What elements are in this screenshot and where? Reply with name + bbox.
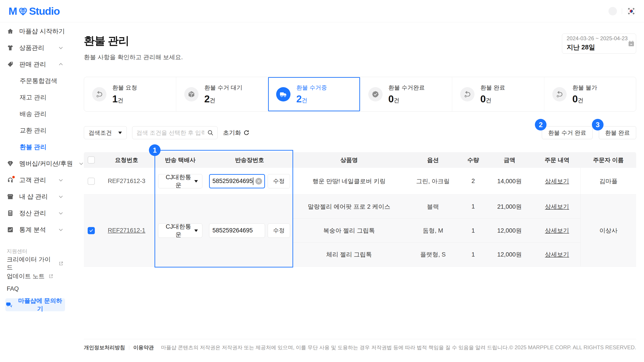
courier-select[interactable]: CJ대한통운	[158, 174, 202, 188]
privacy-policy-link[interactable]: 개인정보처리방침	[84, 344, 125, 351]
table-row: REF271612-1 CJ대한통운 585259264695 수정	[84, 195, 636, 267]
chevron-down-icon	[58, 45, 64, 51]
date-range-picker[interactable]: 2024-03-26 ~ 2025-04-23 지난 28일	[562, 33, 636, 54]
product-amount: 12,000원	[486, 251, 534, 259]
sidebar-item-label: 통계 분석	[19, 225, 46, 234]
table-header: 요청번호 반송 택배사 반송장번호 상품명 옵션 수량 금액 주문 내역 주문자…	[84, 152, 636, 168]
korean-flag-language-icon[interactable]	[627, 7, 636, 15]
order-detail-link[interactable]: 상세보기	[545, 227, 569, 235]
sidebar-item-start-marppleshop[interactable]: 마플샵 시작하기	[0, 23, 70, 39]
select-all-checkbox[interactable]	[88, 156, 95, 164]
product-name: 복숭아 젤리 그립톡	[293, 227, 405, 235]
status-label: 환불 수거완료	[388, 84, 425, 92]
order-item-row: 행운 만땅! 네일클로버 키링 그린, 아크릴 2 14,000원 상세보기	[293, 168, 580, 194]
status-count: 2	[204, 93, 210, 104]
product-quantity: 1	[461, 227, 486, 234]
status-card-pickup-completed[interactable]: 환불 수거완료 0건	[360, 77, 452, 111]
sidebar-item-inventory-management[interactable]: 재고 관리	[0, 89, 70, 106]
logo-studio-text: Studio	[29, 5, 60, 17]
clear-input-icon[interactable]: ✕	[255, 178, 262, 185]
sidebar-item-my-shop-management[interactable]: 내 샵 관리	[0, 188, 70, 205]
product-name: 체리 젤리 그립톡	[293, 251, 405, 259]
edit-tracking-button[interactable]: 수정	[268, 223, 290, 238]
sidebar-item-customer-management[interactable]: 고객 관리	[0, 172, 70, 188]
order-detail-link[interactable]: 상세보기	[545, 177, 569, 185]
sidebar-item-order-search[interactable]: 주문통합검색	[0, 73, 70, 89]
refund-unavailable-icon	[552, 87, 567, 101]
status-label: 환불 불가	[572, 84, 597, 92]
footer-divider	[129, 346, 129, 350]
col-order-detail: 주문 내역	[534, 152, 580, 168]
orderer-name: 이상사	[580, 195, 636, 266]
terms-link[interactable]: 이용약관	[133, 344, 154, 351]
sidebar-item-refund-management[interactable]: 환불 관리	[0, 139, 70, 155]
sidebar-item-sales-management[interactable]: 판매 관리	[0, 56, 70, 73]
annotation-marker-2: 2	[535, 119, 546, 130]
user-avatar[interactable]	[608, 7, 617, 15]
update-notes-link[interactable]: 업데이트 노트	[0, 270, 70, 283]
status-count: 0	[572, 93, 578, 104]
status-card-pickup-in-progress[interactable]: 환불 수거중 2건	[268, 77, 360, 111]
chevron-up-icon	[58, 61, 64, 67]
status-card-refund-requested[interactable]: 환불 요청 1건	[84, 77, 176, 111]
sidebar-item-label: 멤버십/커미션/후원	[19, 159, 73, 168]
status-card-refund-completed[interactable]: 환불 완료 0건	[452, 77, 544, 111]
page-subtitle: 환불 사항을 확인하고 관리해 보세요.	[84, 53, 183, 61]
dropdown-triangle-icon	[194, 229, 198, 232]
refund-complete-button[interactable]: 3 환불 완료	[599, 126, 636, 139]
reset-button[interactable]: 초기화	[223, 129, 250, 137]
status-label: 환불 수거중	[296, 84, 327, 92]
dropdown-triangle-icon	[194, 180, 198, 183]
status-unit: 건	[486, 97, 491, 104]
order-detail-link[interactable]: 상세보기	[545, 251, 569, 259]
courier-select[interactable]: CJ대한통운	[158, 223, 202, 238]
faq-link[interactable]: FAQ	[0, 283, 70, 295]
sidebar: 마플샵 시작하기 상품관리 판매 관리 주문통합검색 재고 관리 배송 관리 교…	[0, 22, 70, 362]
top-bar: M Studio	[0, 0, 644, 22]
table-row: REF271612-3 CJ대한통운 585259264695 ✕ 수정	[84, 168, 636, 195]
status-card-pickup-waiting[interactable]: 환불 수거 대기 2건	[176, 77, 268, 111]
creator-guide-link[interactable]: 크리에이터 가이드	[0, 257, 70, 270]
sidebar-item-shipping-management[interactable]: 배송 관리	[0, 106, 70, 122]
row-checkbox[interactable]	[88, 178, 95, 185]
status-card-refund-unavailable[interactable]: 환불 불가 0건	[544, 77, 636, 111]
order-detail-link[interactable]: 상세보기	[545, 203, 569, 211]
search-icon[interactable]	[207, 129, 214, 136]
edit-tracking-button[interactable]: 수정	[268, 174, 290, 188]
col-amount: 금액	[486, 152, 534, 168]
main-content: 환불 관리 환불 사항을 확인하고 관리해 보세요. 2024-03-26 ~ …	[70, 22, 644, 362]
contact-button-label: 마플샵에 문의하기	[15, 297, 65, 313]
status-count: 0	[388, 93, 394, 104]
order-item-row: 복숭아 젤리 그립톡 돔형, M 1 12,000원 상세보기	[293, 219, 580, 242]
tracking-number-input[interactable]: 585259264695	[209, 223, 265, 238]
marpple-studio-logo[interactable]: M Studio	[8, 5, 60, 17]
tracking-number-input[interactable]: 585259264695 ✕	[209, 174, 265, 188]
orderer-name: 김마플	[580, 168, 636, 194]
sidebar-item-membership-commission[interactable]: 멤버십/커미션/후원	[0, 155, 70, 172]
refund-request-icon	[92, 87, 106, 101]
truck-icon	[276, 87, 290, 101]
product-amount: 12,000원	[486, 227, 534, 235]
tag-icon	[7, 61, 14, 68]
request-no-link[interactable]: REF271612-1	[108, 227, 145, 234]
sidebar-item-settlement-management[interactable]: 정산 관리	[0, 205, 70, 221]
search-condition-select[interactable]: 검색조건	[84, 126, 127, 139]
status-label: 환불 수거 대기	[204, 84, 242, 92]
refund-complete-icon	[460, 87, 474, 101]
search-input[interactable]	[136, 129, 204, 136]
gem-icon	[7, 160, 14, 167]
contact-marppleshop-button[interactable]: 마플샵에 문의하기	[5, 298, 65, 311]
sidebar-item-label: 고객 관리	[19, 176, 46, 184]
row-checkbox[interactable]	[88, 227, 95, 234]
product-option: 그린, 아크릴	[405, 177, 461, 185]
sidebar-item-product-management[interactable]: 상품관리	[0, 39, 70, 56]
refund-pickup-complete-button[interactable]: 2 환불 수거 완료	[542, 126, 592, 139]
sidebar-item-statistics-analysis[interactable]: 통계 분석	[0, 221, 70, 238]
sidebar-item-exchange-management[interactable]: 교환 관리	[0, 122, 70, 139]
product-amount: 21,000원	[486, 203, 534, 211]
search-box[interactable]	[132, 126, 218, 139]
sidebar-item-label: 내 샵 관리	[19, 192, 48, 201]
product-option: 돔형, M	[405, 227, 461, 235]
sidebar-item-label: 정산 관리	[19, 209, 46, 217]
product-option: 블랙	[405, 203, 461, 211]
